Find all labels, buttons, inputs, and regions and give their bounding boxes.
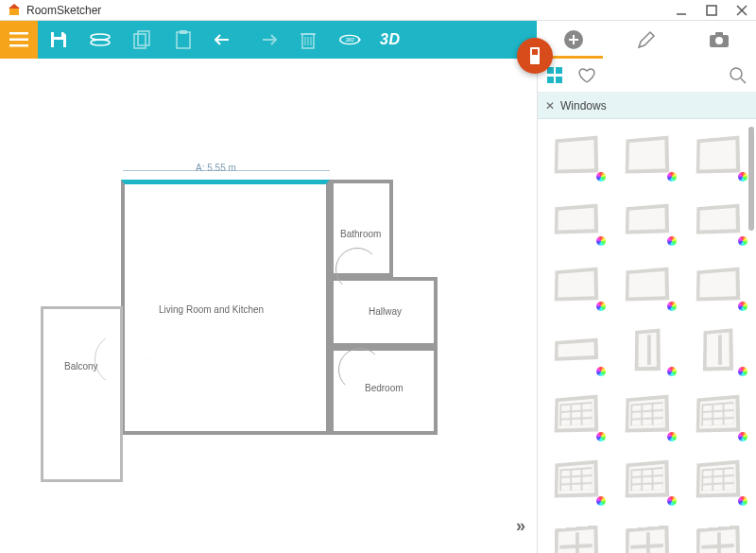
window-item[interactable] [614, 450, 679, 510]
mode-badge-button[interactable] [517, 38, 553, 74]
svg-rect-15 [177, 32, 190, 48]
svg-rect-9 [54, 32, 61, 37]
label-balcony: Balcony [64, 361, 98, 372]
expand-sidebar-button[interactable]: » [516, 516, 525, 536]
delete-button[interactable] [297, 28, 319, 51]
window-titlebar: RoomSketcher [0, 0, 756, 21]
svg-rect-29 [715, 32, 723, 36]
window-item[interactable] [543, 514, 609, 553]
color-badge-icon [738, 236, 747, 246]
view-3d-button[interactable]: 3D [380, 31, 400, 48]
color-badge-icon [667, 432, 677, 441]
svg-point-12 [91, 40, 110, 45]
svg-rect-6 [9, 32, 28, 35]
color-badge-icon [667, 302, 677, 311]
color-badge-icon [667, 172, 677, 181]
svg-text:360: 360 [345, 37, 354, 43]
window-item[interactable] [614, 125, 679, 184]
sidebar: ✕ Windows [537, 59, 756, 553]
window-item[interactable] [543, 385, 609, 444]
window-item[interactable] [543, 450, 609, 510]
svg-rect-0 [9, 8, 19, 15]
color-badge-icon [596, 367, 606, 376]
window-item[interactable] [614, 190, 679, 250]
svg-marker-24 [358, 37, 361, 43]
color-badge-icon [738, 367, 747, 376]
window-item[interactable] [543, 320, 609, 379]
dimension-a-label: A: 5.55 m [196, 163, 236, 173]
window-item[interactable] [614, 320, 679, 379]
room-balcony[interactable] [41, 306, 123, 482]
paste-button[interactable] [172, 28, 195, 51]
window-item[interactable] [685, 190, 750, 250]
svg-rect-10 [54, 40, 63, 47]
items-grid [538, 119, 756, 553]
color-badge-icon [738, 432, 747, 441]
app-title: RoomSketcher [26, 4, 101, 17]
svg-rect-16 [180, 30, 187, 34]
window-item[interactable] [543, 125, 609, 184]
rotate-360-button[interactable]: 360 [338, 28, 361, 51]
window-item[interactable] [685, 125, 750, 184]
svg-point-11 [91, 34, 110, 40]
window-item[interactable] [614, 514, 679, 553]
save-button[interactable] [47, 28, 70, 51]
minimize-button[interactable] [675, 4, 688, 17]
window-item[interactable] [685, 320, 750, 379]
color-badge-icon [596, 236, 606, 246]
close-category-icon[interactable]: ✕ [545, 99, 555, 112]
window-item[interactable] [685, 514, 750, 553]
search-icon[interactable] [730, 67, 747, 84]
tab-camera[interactable] [683, 21, 756, 59]
label-hallway: Hallway [369, 306, 402, 317]
color-badge-icon [596, 172, 606, 181]
svg-point-33 [730, 68, 742, 79]
layers-button[interactable] [89, 28, 112, 51]
svg-line-34 [741, 78, 746, 83]
menu-button[interactable] [0, 21, 38, 59]
category-header[interactable]: ✕ Windows [538, 93, 756, 119]
svg-rect-32 [532, 49, 538, 55]
color-badge-icon [596, 496, 606, 506]
color-badge-icon [738, 172, 747, 181]
color-badge-icon [738, 302, 747, 311]
close-button[interactable] [735, 4, 748, 17]
window-item[interactable] [685, 385, 750, 444]
main-toolbar: 360 3D [38, 21, 537, 59]
window-item[interactable] [685, 254, 750, 314]
color-badge-icon [738, 496, 747, 506]
maximize-button[interactable] [705, 4, 718, 17]
color-badge-icon [667, 367, 677, 376]
label-living: Living Room and Kitchen [159, 304, 264, 315]
sidebar-mode-tabs [537, 21, 756, 59]
window-item[interactable] [614, 385, 679, 444]
window-item[interactable] [685, 450, 750, 510]
label-bedroom: Bedroom [365, 383, 404, 393]
svg-marker-1 [9, 4, 20, 9]
undo-button[interactable] [214, 28, 236, 51]
grid-view-icon[interactable] [547, 67, 564, 84]
window-item[interactable] [543, 190, 609, 250]
floorplan-canvas[interactable]: A: 5.55 m B: 5.33 m Living Room and Kitc… [0, 59, 537, 553]
color-badge-icon [667, 236, 677, 246]
window-item[interactable] [543, 254, 609, 314]
color-badge-icon [667, 496, 677, 506]
favorites-icon[interactable] [577, 67, 596, 84]
window-item[interactable] [614, 254, 679, 314]
svg-rect-8 [9, 44, 28, 47]
tab-edit[interactable] [610, 21, 682, 59]
app-logo-icon [8, 4, 21, 17]
svg-rect-7 [9, 39, 28, 42]
svg-rect-3 [707, 6, 716, 15]
label-bathroom: Bathroom [340, 229, 381, 239]
svg-point-30 [715, 37, 723, 44]
sidebar-toolbar [538, 59, 756, 93]
copy-button[interactable] [130, 28, 153, 51]
redo-button[interactable] [255, 28, 278, 51]
color-badge-icon [596, 302, 606, 311]
color-badge-icon [596, 432, 606, 441]
category-label: Windows [560, 99, 607, 112]
